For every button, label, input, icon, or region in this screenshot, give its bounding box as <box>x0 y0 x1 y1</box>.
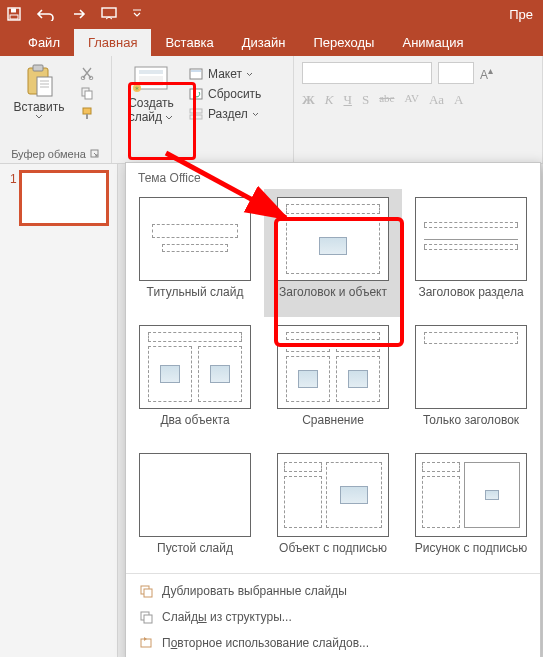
svg-rect-15 <box>86 114 88 119</box>
group-label-clipboard: Буфер обмена <box>11 148 86 160</box>
cut-button[interactable] <box>76 64 98 82</box>
layout-content-with-caption[interactable]: Объект с подписью <box>264 445 402 573</box>
tab-design[interactable]: Дизайн <box>228 29 300 56</box>
slides-from-outline-item[interactable]: Слайды из структуры... <box>126 604 540 630</box>
redo-icon[interactable] <box>70 7 86 21</box>
svg-rect-30 <box>144 615 152 623</box>
tab-file[interactable]: Файл <box>14 29 74 56</box>
reuse-slides-item[interactable]: Повторное использование слайдов... <box>126 630 540 656</box>
shadow-button[interactable]: S <box>362 92 369 108</box>
outline-icon <box>138 609 154 625</box>
svg-rect-18 <box>139 70 163 74</box>
window-title: Пре <box>509 7 537 22</box>
reset-icon <box>188 86 204 102</box>
svg-rect-31 <box>141 639 151 647</box>
font-family-combo[interactable] <box>302 62 432 84</box>
layout-title-and-content[interactable]: Заголовок и объект <box>264 189 402 317</box>
svg-text:✶: ✶ <box>134 85 140 92</box>
paste-button[interactable]: Вставить <box>6 60 72 122</box>
group-font: A▴ Ж К Ч S abc AV Aa A <box>294 56 543 163</box>
duplicate-slides-item[interactable]: Дублировать выбранные слайды <box>126 578 540 604</box>
tab-transitions[interactable]: Переходы <box>299 29 388 56</box>
case-button[interactable]: Aa <box>429 92 444 108</box>
layout-two-content[interactable]: Два объекта <box>126 317 264 445</box>
new-slide-button[interactable]: ✶ Создать слайд <box>118 60 184 161</box>
dialog-launcher-icon[interactable] <box>90 149 100 159</box>
layout-title-only[interactable]: Только заголовок <box>402 317 540 445</box>
layout-grid: Титульный слайд Заголовок и объект Загол… <box>126 189 540 573</box>
new-slide-label: Создать слайд <box>128 96 174 124</box>
group-clipboard: Вставить Буфер обмена <box>0 56 112 163</box>
ribbon: Вставить Буфер обмена ✶ Создать слайд <box>0 56 543 164</box>
layout-icon <box>188 66 204 82</box>
new-slide-gallery: Тема Office Титульный слайд Заголовок и … <box>125 162 541 657</box>
group-slides: ✶ Создать слайд Макет Сбросить Раздел <box>112 56 294 163</box>
clipboard-icon <box>22 64 56 98</box>
ribbon-tabs: Файл Главная Вставка Дизайн Переходы Ани… <box>0 28 543 56</box>
save-icon[interactable] <box>6 6 22 22</box>
paste-label: Вставить <box>14 100 65 114</box>
layout-button[interactable]: Макет <box>188 66 261 82</box>
svg-rect-1 <box>11 9 16 13</box>
copy-button[interactable] <box>76 84 98 102</box>
reset-button[interactable]: Сбросить <box>188 86 261 102</box>
svg-rect-19 <box>139 76 163 86</box>
slide-thumbnails-pane: 1 <box>0 164 118 657</box>
svg-rect-28 <box>144 589 152 597</box>
duplicate-icon <box>138 583 154 599</box>
undo-icon[interactable] <box>36 7 56 21</box>
gallery-footer: Дублировать выбранные слайды Слайды из с… <box>126 573 540 657</box>
layout-blank[interactable]: Пустой слайд <box>126 445 264 573</box>
svg-rect-26 <box>190 115 202 119</box>
layout-comparison[interactable]: Сравнение <box>264 317 402 445</box>
layout-title-slide[interactable]: Титульный слайд <box>126 189 264 317</box>
gallery-header: Тема Office <box>126 163 540 189</box>
increase-font-icon[interactable]: A▴ <box>480 65 493 82</box>
section-icon <box>188 106 204 122</box>
svg-rect-23 <box>191 70 201 72</box>
tab-animations[interactable]: Анимация <box>388 29 477 56</box>
new-slide-icon: ✶ <box>131 64 171 94</box>
svg-rect-5 <box>33 65 43 71</box>
layout-section-header[interactable]: Заголовок раздела <box>402 189 540 317</box>
font-size-combo[interactable] <box>438 62 474 84</box>
slide-number: 1 <box>10 172 17 186</box>
quick-access-toolbar <box>6 6 142 22</box>
underline-button[interactable]: Ч <box>344 92 352 108</box>
tab-home[interactable]: Главная <box>74 29 151 56</box>
format-painter-button[interactable] <box>76 104 98 122</box>
chevron-down-icon <box>35 114 43 120</box>
layout-picture-with-caption[interactable]: Рисунок с подписью <box>402 445 540 573</box>
qat-dropdown-icon[interactable] <box>132 9 142 19</box>
section-button[interactable]: Раздел <box>188 106 261 122</box>
svg-rect-24 <box>190 89 202 99</box>
svg-rect-3 <box>102 8 116 17</box>
svg-rect-13 <box>85 91 92 99</box>
title-bar: Пре <box>0 0 543 28</box>
svg-rect-14 <box>83 108 91 114</box>
bold-button[interactable]: Ж <box>302 92 315 108</box>
tab-insert[interactable]: Вставка <box>151 29 227 56</box>
slideshow-icon[interactable] <box>100 6 118 22</box>
reuse-icon <box>138 635 154 651</box>
strike-button[interactable]: abc <box>379 92 394 108</box>
svg-rect-2 <box>10 15 18 19</box>
spacing-button[interactable]: AV <box>404 92 418 108</box>
slide-thumbnail-1[interactable] <box>21 172 107 224</box>
font-color-button[interactable]: A <box>454 92 463 108</box>
svg-rect-25 <box>190 109 202 113</box>
italic-button[interactable]: К <box>325 92 334 108</box>
